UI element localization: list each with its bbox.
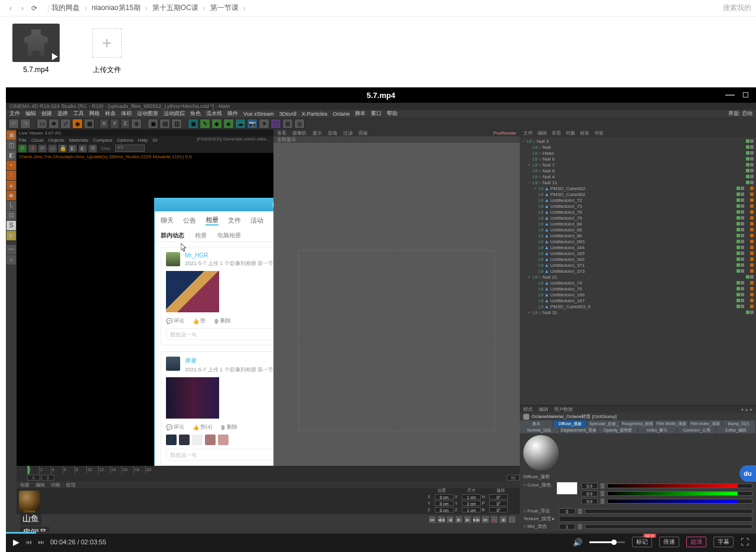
crumb-2[interactable]: 第十五期OC课 — [152, 3, 198, 13]
shader-tab[interactable]: Index_索引 — [638, 427, 677, 433]
search-input[interactable]: 搜索我的 — [723, 3, 751, 13]
tree-row[interactable]: L9▲Untitledobd_371 — [522, 262, 754, 268]
menu-item[interactable]: 创建 — [41, 110, 52, 117]
quality-button[interactable]: 超清 — [686, 537, 706, 547]
shader-tab[interactable]: Common_公用 — [677, 427, 717, 433]
tree-row[interactable]: L9▲Untitledobd_72 — [522, 197, 754, 203]
lt-s[interactable]: S — [6, 221, 16, 230]
color-swatch[interactable] — [556, 482, 578, 495]
coord-field[interactable]: 2 cm — [462, 501, 481, 506]
lt-workplane[interactable]: ◧ — [6, 151, 16, 160]
mograph[interactable]: ⬚ — [271, 119, 281, 129]
menu-item[interactable]: 运动图形 — [137, 110, 158, 117]
menu-item[interactable]: Vue xStream — [243, 111, 274, 117]
minimize-icon[interactable]: — — [725, 90, 735, 100]
tree-row[interactable]: L9▲Untitledobd_093 — [522, 239, 754, 244]
prorender-label[interactable]: ProRender — [493, 130, 516, 136]
tree-row[interactable]: L9○Head — [522, 150, 754, 156]
mix-value[interactable]: 1 — [559, 524, 575, 530]
next-frame-icon[interactable]: ▶ — [464, 515, 472, 524]
feed-image[interactable] — [166, 271, 219, 312]
lv-menu-item[interactable]: Materials — [69, 138, 88, 143]
feed-username[interactable]: Mr_HGR — [185, 252, 273, 259]
prev-key-icon[interactable]: ◀◀ — [437, 515, 445, 524]
om-tab[interactable]: 对象 — [566, 130, 575, 136]
redo-icon[interactable]: ↷ — [20, 119, 31, 129]
float-value[interactable]: 0 — [559, 508, 575, 514]
tree-row[interactable]: L9▲Untitledobd_78 — [522, 209, 754, 215]
shader-tab[interactable]: Roughness_粗糙度 — [621, 420, 654, 427]
tree-row[interactable]: L9▲Untitledobd_373 — [522, 268, 754, 274]
object-tree[interactable]: −L9○Null 3L9○NullL9○HeadL9○Null 6+L9○Nul… — [520, 137, 756, 405]
vp-menu-filter[interactable]: 过滤 — [343, 130, 353, 136]
om-tab[interactable]: 标签 — [580, 130, 589, 136]
frame-start[interactable]: 0 — [27, 475, 40, 481]
comment-button[interactable]: 💬 评论 — [166, 317, 184, 325]
octane-icon[interactable]: ◎ — [294, 119, 305, 129]
tree-row[interactable]: L9▲Untitledobd_74 — [522, 280, 754, 286]
shader-tab[interactable]: Opacity_透明度 — [598, 427, 638, 433]
refresh-icon[interactable]: ⟳ — [28, 4, 40, 12]
tree-row[interactable]: L9▲Untitledobd_84 — [522, 221, 754, 227]
lv-menu-item[interactable]: Cloud — [31, 138, 44, 143]
qq-tab-activity[interactable]: 活动 — [250, 216, 263, 225]
coord-field[interactable]: 1 cm — [462, 507, 481, 512]
lv-focus[interactable]: ⦿ — [89, 145, 97, 152]
tree-row[interactable]: L9▲Untitledobd_164 — [522, 244, 754, 250]
menu-item[interactable]: 插件 — [227, 110, 238, 117]
lv-clip[interactable]: ▭ — [48, 145, 57, 152]
coord-field[interactable]: 0 cm — [435, 501, 454, 506]
menu-item[interactable]: 角色 — [190, 110, 201, 117]
tree-row[interactable]: +L9○Null 31 — [522, 309, 754, 315]
tree-row[interactable]: +L9▲PM3D_Cube002 — [522, 185, 754, 191]
texture-slot[interactable] — [559, 516, 752, 522]
fullscreen-icon[interactable]: ⛶ — [741, 537, 749, 547]
lv-pick[interactable]: ◐ — [79, 145, 87, 152]
tree-row[interactable]: L9▲PM3D_Cube003_0 — [522, 303, 754, 309]
timeline-ruler[interactable]: 02468101214161820 — [17, 466, 520, 474]
key-all-icon[interactable]: ⬚ — [508, 515, 516, 524]
shader-tab[interactable]: Film Width_薄膜宽度 — [655, 420, 689, 427]
nav-forward[interactable]: › — [17, 4, 28, 12]
lt-texture[interactable]: ◫ — [6, 141, 16, 150]
tree-row[interactable]: L9▲Untitledobd_75 — [522, 286, 754, 292]
goto-end-icon[interactable]: ⏭ — [481, 515, 490, 524]
lt-axis[interactable]: L — [6, 201, 16, 210]
qq-tab-notice[interactable]: 公告 — [183, 216, 196, 225]
qq-tab-album[interactable]: 相册 — [206, 215, 219, 226]
vp-menu-options[interactable]: 选项 — [328, 130, 337, 136]
play-fwd-icon[interactable]: ▶ — [455, 515, 463, 524]
subtitle-button[interactable]: 字幕 — [713, 537, 734, 547]
coord-system[interactable]: ⊕ — [131, 119, 142, 129]
lv-menu-item[interactable]: Options — [117, 138, 133, 143]
environment[interactable]: ☁ — [235, 119, 246, 129]
menu-item[interactable]: Octane — [333, 111, 350, 117]
material-thumbnail[interactable]: Octane — [19, 491, 40, 512]
lv-menu-item[interactable]: GI — [152, 138, 157, 143]
mm-tab-create[interactable]: 创建 — [20, 482, 30, 488]
lt-poly[interactable]: ▲ — [6, 181, 16, 190]
lt-model[interactable]: ▣ — [6, 130, 16, 140]
lt-point[interactable]: • — [6, 161, 16, 170]
lv-lock[interactable]: 🔒 — [58, 145, 67, 152]
y-axis[interactable]: Y — [110, 119, 119, 129]
shader-tab[interactable]: Diffuse_漫射 — [553, 420, 587, 427]
tree-row[interactable]: L9▲Untitledobd_166 — [522, 292, 754, 298]
shader-tab[interactable]: Editor_编辑 — [716, 427, 756, 433]
vp-menu-display[interactable]: 显示 — [312, 130, 322, 136]
undo-icon[interactable]: ↶ — [8, 119, 19, 129]
tree-row[interactable]: L9▲Untitledobd_85 — [522, 227, 754, 233]
coord-field[interactable]: 0° — [489, 507, 508, 512]
vp-menu-panel[interactable]: 面板 — [359, 130, 368, 136]
shader-tab[interactable]: Bump_凹凸 — [722, 420, 756, 427]
menu-item[interactable]: 文件 — [9, 110, 20, 117]
coord-field[interactable]: 0 cm — [435, 494, 454, 499]
shader-tab[interactable]: Normal_法线 — [520, 427, 559, 433]
prev-button[interactable]: ⏮ — [25, 538, 32, 546]
material-preview[interactable] — [523, 435, 559, 471]
attr-up-icon[interactable]: ▴ — [745, 407, 748, 412]
select-tool[interactable]: ▭ — [37, 119, 47, 129]
maximize-icon[interactable]: ☐ — [742, 91, 749, 99]
upload-file[interactable]: + 上传文件 — [80, 24, 133, 74]
like-avatar[interactable] — [205, 435, 216, 445]
